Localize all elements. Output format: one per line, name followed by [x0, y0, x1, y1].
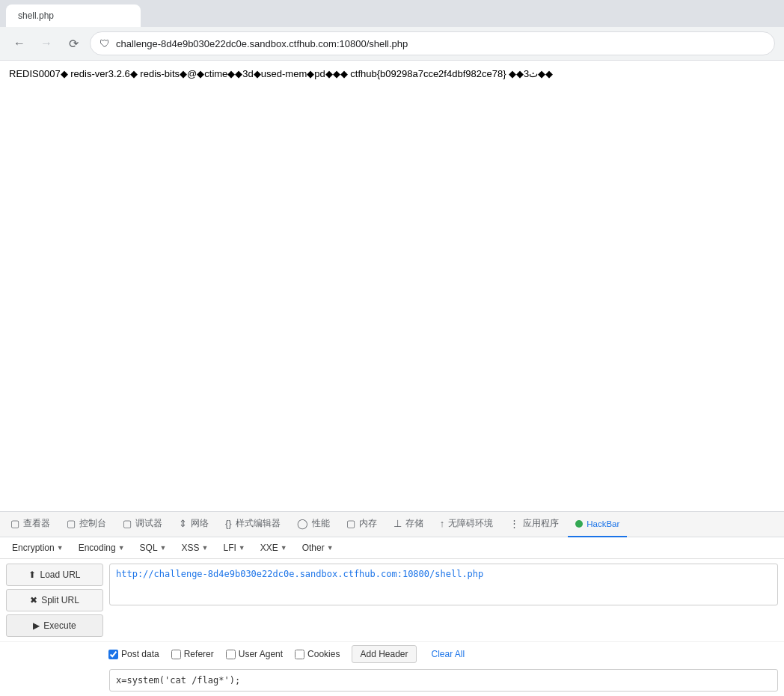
- tab-network[interactable]: ⇕ 网络: [171, 512, 216, 537]
- browser-chrome: shell.php ← → ⟳ 🛡 challenge-8d4e9b030e22…: [0, 0, 784, 61]
- security-icon: 🛡: [99, 37, 110, 49]
- lfi-arrow: ▼: [239, 544, 245, 552]
- user-agent-checkbox[interactable]: [226, 650, 236, 659]
- other-label: Other: [302, 543, 325, 553]
- split-url-label: Split URL: [41, 595, 79, 605]
- add-header-button[interactable]: Add Header: [352, 645, 416, 663]
- sql-label: SQL: [140, 543, 158, 553]
- add-header-label: Add Header: [360, 649, 408, 659]
- hackbar-green-dot: [575, 520, 583, 528]
- menu-xxe[interactable]: XXE ▼: [254, 540, 293, 555]
- browser-tab[interactable]: shell.php: [6, 4, 141, 27]
- referer-label: Referer: [184, 649, 214, 659]
- tab-bar: shell.php: [0, 0, 784, 27]
- xxe-arrow: ▼: [281, 544, 287, 552]
- tab-hackbar-label: HackBar: [587, 519, 619, 528]
- network-icon: ⇕: [179, 518, 187, 529]
- menu-lfi[interactable]: LFI ▼: [217, 540, 251, 555]
- hackbar-url-area: [109, 564, 778, 637]
- reload-button[interactable]: ⟳: [63, 33, 84, 54]
- clear-all-link[interactable]: Clear All: [432, 649, 465, 659]
- memory-icon: ▢: [346, 518, 355, 529]
- tab-accessibility-label: 无障碍环境: [448, 518, 493, 529]
- split-url-icon: ✖: [30, 595, 37, 605]
- cookies-checkbox-label[interactable]: Cookies: [295, 649, 340, 659]
- hackbar-post-area: [0, 666, 784, 696]
- tab-inspector[interactable]: ▢ 查看器: [3, 512, 58, 537]
- devtools-tab-bar: ▢ 查看器 ▢ 控制台 ▢ 调试器 ⇕ 网络 {} 样式编辑器 ◯ 性能 ▢ 内…: [0, 512, 784, 537]
- user-agent-checkbox-label[interactable]: User Agent: [226, 649, 283, 659]
- devtools-panel: ▢ 查看器 ▢ 控制台 ▢ 调试器 ⇕ 网络 {} 样式编辑器 ◯ 性能 ▢ 内…: [0, 511, 784, 696]
- menu-xss[interactable]: XSS ▼: [176, 540, 215, 555]
- menu-encoding[interactable]: Encoding ▼: [73, 540, 131, 555]
- performance-icon: ◯: [297, 518, 308, 529]
- post-data-checkbox-label[interactable]: Post data: [108, 649, 159, 659]
- tab-hackbar[interactable]: HackBar: [568, 512, 627, 537]
- menu-other[interactable]: Other ▼: [296, 540, 340, 555]
- post-data-label: Post data: [121, 649, 159, 659]
- user-agent-label: User Agent: [239, 649, 283, 659]
- sql-arrow: ▼: [160, 544, 167, 552]
- tab-accessibility[interactable]: ↑ 无障碍环境: [432, 512, 501, 537]
- tab-console-label: 控制台: [79, 518, 106, 529]
- cookies-checkbox[interactable]: [295, 650, 304, 659]
- encoding-label: Encoding: [79, 543, 116, 553]
- tab-network-label: 网络: [191, 518, 209, 529]
- split-url-button[interactable]: ✖ Split URL: [6, 589, 103, 611]
- tab-performance-label: 性能: [312, 518, 330, 529]
- referer-checkbox[interactable]: [171, 650, 181, 659]
- address-bar[interactable]: 🛡 challenge-8d4e9b030e22dc0e.sandbox.ctf…: [90, 31, 775, 55]
- cookies-label: Cookies: [307, 649, 340, 659]
- encryption-label: Encryption: [12, 543, 55, 553]
- post-data-input[interactable]: [109, 669, 778, 692]
- hackbar-options: Post data Referer User Agent Cookies Add…: [0, 641, 784, 666]
- load-url-icon: ⬆: [28, 570, 36, 580]
- load-url-button[interactable]: ⬆ Load URL: [6, 564, 103, 586]
- tab-memory-label: 内存: [359, 518, 377, 529]
- tab-debugger[interactable]: ▢ 调试器: [115, 512, 170, 537]
- xxe-label: XXE: [260, 543, 278, 553]
- hackbar-body: ⬆ Load URL ✖ Split URL ▶ Execute: [0, 559, 784, 641]
- url-display: challenge-8d4e9b030e22dc0e.sandbox.ctfhu…: [116, 38, 765, 49]
- xss-label: XSS: [182, 543, 200, 553]
- tab-storage-label: 存储: [405, 518, 423, 529]
- console-icon: ▢: [67, 518, 76, 529]
- hackbar-panel: Encryption ▼ Encoding ▼ SQL ▼ XSS ▼ LFI …: [0, 537, 784, 696]
- tab-style-label: 样式编辑器: [236, 518, 281, 529]
- forward-button[interactable]: →: [36, 33, 57, 54]
- tab-console[interactable]: ▢ 控制台: [59, 512, 114, 537]
- tab-apps-label: 应用程序: [523, 518, 559, 529]
- other-arrow: ▼: [327, 544, 334, 552]
- post-data-checkbox[interactable]: [108, 650, 118, 659]
- nav-bar: ← → ⟳ 🛡 challenge-8d4e9b030e22dc0e.sandb…: [0, 27, 784, 60]
- hackbar-action-buttons: ⬆ Load URL ✖ Split URL ▶ Execute: [6, 564, 103, 637]
- menu-encryption[interactable]: Encryption ▼: [6, 540, 70, 555]
- execute-label: Execute: [43, 620, 76, 631]
- page-content: REDIS0007◆ redis-ver3.2.6◆ redis-bits◆@◆…: [0, 61, 784, 532]
- tab-apps[interactable]: ⋮ 应用程序: [502, 512, 566, 537]
- load-url-label: Load URL: [40, 570, 80, 580]
- encryption-arrow: ▼: [57, 544, 64, 552]
- menu-sql[interactable]: SQL ▼: [134, 540, 173, 555]
- encoding-arrow: ▼: [118, 544, 125, 552]
- lfi-label: LFI: [223, 543, 236, 553]
- tab-storage[interactable]: ⊥ 存储: [386, 512, 431, 537]
- xss-arrow: ▼: [202, 544, 209, 552]
- tab-debugger-label: 调试器: [135, 518, 162, 529]
- debugger-icon: ▢: [123, 518, 132, 529]
- back-button[interactable]: ←: [9, 33, 30, 54]
- tab-memory[interactable]: ▢ 内存: [339, 512, 385, 537]
- execute-icon: ▶: [33, 620, 40, 631]
- clear-all-label: Clear All: [432, 649, 465, 659]
- page-output: REDIS0007◆ redis-ver3.2.6◆ redis-bits◆@◆…: [9, 67, 775, 82]
- accessibility-icon: ↑: [440, 518, 445, 529]
- hackbar-menu: Encryption ▼ Encoding ▼ SQL ▼ XSS ▼ LFI …: [0, 537, 784, 559]
- tab-style[interactable]: {} 样式编辑器: [218, 512, 288, 537]
- tab-performance[interactable]: ◯ 性能: [290, 512, 337, 537]
- apps-icon: ⋮: [509, 518, 519, 529]
- url-input[interactable]: [109, 564, 778, 605]
- storage-icon: ⊥: [393, 518, 402, 529]
- referer-checkbox-label[interactable]: Referer: [171, 649, 214, 659]
- execute-button[interactable]: ▶ Execute: [6, 614, 103, 637]
- inspector-icon: ▢: [10, 518, 19, 529]
